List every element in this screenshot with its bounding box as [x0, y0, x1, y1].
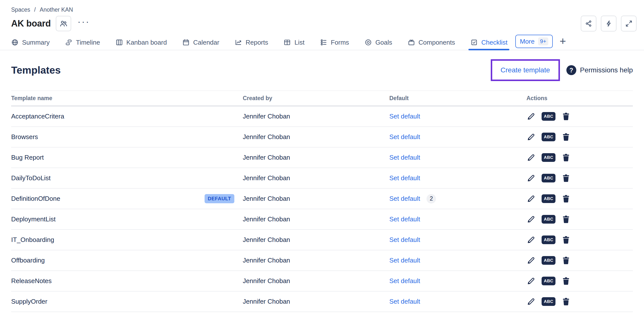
tab-forms[interactable]: Forms — [320, 35, 349, 50]
tab-label: Checklist — [481, 39, 507, 46]
delete-template-button[interactable] — [562, 112, 570, 121]
create-template-button[interactable]: Create template — [501, 66, 550, 74]
delete-template-button[interactable] — [562, 153, 570, 162]
table-row: DeploymentList Jennifer Choban Set defau… — [11, 209, 633, 230]
template-name-cell: AcceptanceCritera — [11, 112, 243, 120]
breadcrumb-space-name[interactable]: Another KAN — [40, 6, 73, 13]
rename-template-button[interactable]: ABC — [542, 277, 556, 285]
rename-template-button[interactable]: ABC — [542, 194, 556, 203]
actions-cell: ABC — [526, 174, 633, 183]
created-by: Jennifer Choban — [243, 277, 290, 284]
edit-template-button[interactable] — [526, 276, 536, 286]
actions-cell: ABC — [526, 235, 633, 244]
abc-rename-icon: ABC — [544, 155, 553, 160]
edit-template-button[interactable] — [526, 112, 536, 121]
set-default-link[interactable]: Set default — [389, 277, 420, 285]
rename-template-button[interactable]: ABC — [542, 256, 556, 265]
template-name: IT_Onboarding — [11, 236, 54, 244]
rename-template-button[interactable]: ABC — [542, 297, 556, 306]
template-name: AcceptanceCritera — [11, 112, 64, 120]
set-default-link[interactable]: Set default — [389, 174, 420, 182]
delete-template-button[interactable] — [562, 174, 570, 183]
default-count-badge: 2 — [426, 194, 436, 204]
rename-template-button[interactable]: ABC — [542, 215, 556, 224]
share-button[interactable] — [581, 16, 596, 32]
tab-checklist[interactable]: Checklist — [470, 35, 507, 50]
table-row: AcceptanceCritera Jennifer Choban Set de… — [11, 106, 633, 127]
delete-template-button[interactable] — [562, 297, 570, 306]
rename-template-button[interactable]: ABC — [542, 153, 556, 162]
delete-template-button[interactable] — [562, 256, 570, 265]
delete-template-button[interactable] — [562, 194, 570, 203]
tab-kanban-board[interactable]: Kanban board — [116, 35, 167, 50]
rename-template-button[interactable]: ABC — [542, 174, 556, 182]
rename-template-button[interactable]: ABC — [542, 132, 556, 141]
tab-summary[interactable]: Summary — [11, 35, 50, 50]
set-default-link[interactable]: Set default — [389, 154, 420, 161]
rename-template-button[interactable]: ABC — [542, 112, 556, 121]
delete-template-button[interactable] — [562, 276, 570, 286]
default-cell: Set default — [389, 112, 526, 120]
edit-template-button[interactable] — [526, 297, 536, 306]
delete-template-button[interactable] — [562, 132, 570, 142]
created-by: Jennifer Choban — [243, 216, 290, 223]
tab-components[interactable]: Components — [408, 35, 455, 50]
tab-calendar[interactable]: Calendar — [182, 35, 220, 50]
set-default-link[interactable]: Set default — [389, 236, 420, 244]
question-icon: ? — [566, 65, 576, 75]
edit-template-button[interactable] — [526, 194, 536, 203]
tab-list[interactable]: List — [284, 35, 304, 50]
automation-button[interactable] — [601, 16, 616, 32]
abc-rename-icon: ABC — [544, 114, 553, 119]
tab-label: Forms — [331, 39, 349, 46]
abc-rename-icon: ABC — [544, 278, 553, 283]
edit-template-button[interactable] — [526, 256, 536, 265]
add-tab-button[interactable]: + — [560, 36, 566, 46]
edit-template-button[interactable] — [526, 235, 536, 244]
created-by-cell: Jennifer Choban — [243, 133, 389, 141]
edit-template-button[interactable] — [526, 153, 536, 162]
abc-rename-icon: ABC — [544, 196, 553, 201]
set-default-link[interactable]: Set default — [389, 298, 420, 306]
set-default-label: Set default — [389, 277, 420, 285]
abc-rename-icon: ABC — [544, 258, 553, 263]
set-default-link[interactable]: Set default — [389, 112, 420, 120]
board-overflow-menu[interactable]: ··· — [78, 19, 90, 28]
template-name-cell: IT_Onboarding — [11, 236, 243, 244]
rename-template-button[interactable]: ABC — [542, 236, 556, 244]
table-row: Bug Report Jennifer Choban Set default A… — [11, 148, 633, 168]
template-name: Bug Report — [11, 154, 44, 161]
set-default-link[interactable]: Set default 2 — [389, 194, 436, 204]
abc-rename-icon: ABC — [544, 134, 553, 139]
delete-trash-icon — [562, 174, 570, 183]
tab-goals[interactable]: Goals — [364, 35, 392, 50]
delete-trash-icon — [562, 215, 570, 224]
tab-label: List — [294, 39, 304, 46]
set-default-link[interactable]: Set default — [389, 256, 420, 264]
tab-reports[interactable]: Reports — [234, 35, 268, 50]
template-name: DefinitionOfDone — [11, 195, 60, 202]
actions-cell: ABC — [526, 112, 633, 121]
tab-label: Reports — [246, 39, 268, 46]
table-body: AcceptanceCritera Jennifer Choban Set de… — [11, 106, 633, 312]
default-cell: Set default — [389, 236, 526, 244]
created-by-cell: Jennifer Choban — [243, 236, 389, 244]
delete-template-button[interactable] — [562, 215, 570, 224]
edit-template-button[interactable] — [526, 174, 536, 183]
breadcrumb-spaces[interactable]: Spaces — [11, 6, 30, 13]
set-default-link[interactable]: Set default — [389, 216, 420, 223]
more-tabs-count-badge: 9+ — [538, 38, 548, 45]
board-members-button[interactable] — [56, 16, 71, 31]
fullscreen-button[interactable] — [621, 16, 636, 32]
actions-cell: ABC — [526, 256, 633, 265]
edit-template-button[interactable] — [526, 132, 536, 142]
delete-template-button[interactable] — [562, 235, 570, 244]
fullscreen-expand-icon — [625, 20, 632, 27]
edit-pencil-icon — [526, 132, 536, 142]
tab-timeline[interactable]: Timeline — [65, 35, 100, 50]
set-default-link[interactable]: Set default — [389, 133, 420, 141]
edit-template-button[interactable] — [526, 215, 536, 224]
permissions-help-link[interactable]: ? Permissions help — [566, 65, 633, 75]
edit-pencil-icon — [526, 174, 536, 183]
more-tabs-button[interactable]: More 9+ — [515, 35, 552, 48]
